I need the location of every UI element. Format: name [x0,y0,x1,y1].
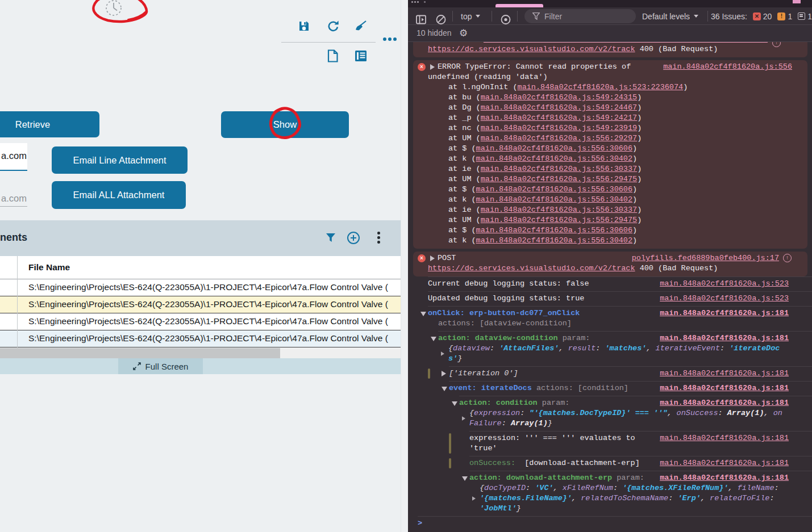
new-document-icon[interactable] [327,49,339,62]
source-location-link[interactable]: main.848a02cf4f81620a.js:181 [660,398,789,408]
console-text: } [548,419,552,428]
console-text: event: iterateDocs [449,384,532,392]
console-row: s'} [418,354,812,364]
expand-triangle-icon[interactable] [430,255,435,261]
collapse-triangle-icon[interactable] [442,387,447,391]
file-name-cell: S:\Engineering\Projects\ES-624(Q-223055A… [28,282,388,292]
console-link[interactable]: main.848a02cf4f81620a.js:549:24315 [481,93,637,102]
collapse-triangle-icon[interactable] [462,476,468,481]
console-link[interactable]: main.848a02cf4f81620a.js:549:24467 [481,103,637,112]
console-entry: expression: ''' === ''' evaluates tomain… [418,432,812,456]
issues-warning-icon: ! [777,12,785,20]
issues-message-icon [798,12,805,20]
journal-icon[interactable] [355,49,367,62]
console-row: at k (main.848a02cf4f81620a.js:556:30402… [418,154,804,164]
show-button[interactable]: Show [221,111,349,138]
email-to-field[interactable]: a.com [0,143,27,171]
grid-horizontal-scrollbar[interactable] [0,348,401,358]
console-link[interactable]: main.848a02cf4f81620a.js:556:30606 [476,226,632,234]
table-row[interactable]: S:\Engineering\Projects\ES-624(Q-223055A… [0,330,401,347]
console-link[interactable]: main.848a02cf4f81620a.js:556:30402 [476,236,632,245]
console-prompt[interactable]: > [418,518,812,529]
console-settings-gear-icon[interactable]: ⚙ [459,27,468,39]
console-text: { [480,484,484,492]
console-text: onSuccess: [469,459,520,467]
console-text: at Dg ( [448,103,481,112]
console-link[interactable]: main.848a02cf4f81620a.js:556:30606 [476,144,632,153]
console-link[interactable]: main.848a02cf4f81620a.js:556:30337 [481,206,637,214]
table-row[interactable]: S:\Engineering\Projects\ES-624(Q-223055A… [0,296,401,313]
console-row: onSuccess: [download-attachment-erp]main… [418,458,812,468]
console-entry: > [418,517,812,531]
console-text: Failure [469,419,502,428]
full-screen-button[interactable]: Full Screen [118,358,203,374]
console-text: at $ ( [448,185,476,194]
console-text: ) [632,185,637,194]
console-link[interactable]: main.848a02cf4f81620a.js:556:30402 [476,154,632,163]
filter-icon[interactable] [326,233,336,243]
console-text: , [701,494,710,502]
overflow-menu-icon[interactable]: ••• [383,37,386,41]
source-location-link[interactable]: polyfills.fed6889ba0feb400.js:17 [632,253,779,263]
add-icon[interactable] [347,231,360,245]
source-location-link[interactable]: main.848a02cf4f81620a.js:181 [660,433,789,443]
source-location-link[interactable]: main.848a02cf4f81620a.js:181 [660,368,789,379]
console-text: 400 (Bad Request) [635,264,718,273]
scrollbar-thumb[interactable] [0,348,280,358]
context-selector[interactable]: top [461,7,480,25]
collapse-triangle-icon[interactable] [420,312,426,316]
source-location-link[interactable]: main.848a02cf4f81620a.js:523 [660,294,789,304]
table-row[interactable]: S:\Engineering\Projects\ES-624(Q-223055A… [0,313,401,330]
console-link[interactable]: main.848a02cf4f81620a.js:556:30606 [476,185,632,194]
console-link[interactable]: main.848a02cf4f81620a.js:549:24217 [481,114,637,122]
log-levels-selector[interactable]: Default levels [642,7,698,25]
source-location-link[interactable]: main.848a02cf4f81620a.js:181 [660,383,789,393]
expand-triangle-icon[interactable] [472,496,476,501]
console-link[interactable]: main.848a02cf4f81620a.js:556:30402 [476,195,632,204]
console-link[interactable]: main.848a02cf4f81620a.js:549:23919 [481,124,637,132]
source-location-link[interactable]: main.848a02cf4f81620a.js:181 [660,308,789,319]
toolbar-separator [492,11,492,22]
issues-counter[interactable]: 36 Issues: ✕20 !1 15 [711,7,812,25]
console-link[interactable]: main.848a02cf4f81620a.js:556:29297 [481,134,637,143]
toolbar-divider [281,42,376,43]
collapse-triangle-icon[interactable] [431,337,436,341]
console-link[interactable]: https://dc.services.visualstudio.com/v2/… [428,45,635,53]
console-text: , [553,484,563,492]
source-location-link[interactable]: main.848a02cf4f81620a.js:181 [660,458,789,468]
collapse-triangle-icon[interactable] [452,401,457,406]
initiator-icon[interactable]: ↑ [783,254,792,262]
console-row: at $ (main.848a02cf4f81620a.js:556:30606… [418,144,804,154]
console-link[interactable]: main.848a02cf4f81620a.js:556:29475 [481,175,637,183]
devtools-tabstrip[interactable] [408,0,812,7]
email-line-attachment-button[interactable]: Email Line Attachment [52,146,188,174]
grid-header-row[interactable]: File Name [0,256,401,279]
console-link[interactable]: main.848a02cf4f81620a.js:556:29475 [481,216,637,224]
save-icon[interactable] [298,20,310,32]
console-text: , [667,409,676,417]
source-location-link[interactable]: main.848a02cf4f81620a.js:523 [660,279,789,289]
expand-triangle-icon[interactable] [442,371,446,376]
console-row: at ie (main.848a02cf4f81620a.js:556:3033… [418,164,804,174]
console-text: at l.ngOnInit ( [448,83,518,91]
source-location-link[interactable]: main.848a02cf4f81620a.js:181 [660,333,789,344]
console-link[interactable]: main.848a02cf4f81620a.js:556:30337 [481,165,637,173]
console-text: param: [538,399,570,407]
console-link[interactable]: main.848a02cf4f81620a.js:523:2236074 [518,83,684,91]
console-text: ) [632,226,637,234]
kebab-menu-icon[interactable] [377,232,380,234]
email-cc-field[interactable]: a.com [0,192,27,207]
console-filter-input[interactable]: Filter [524,9,636,23]
expand-triangle-icon[interactable] [430,64,435,70]
source-location-link[interactable]: main.848a02cf4f81620a.js:181 [660,473,789,483]
page-scrollbar-strip[interactable] [401,0,408,532]
email-all-attachment-button[interactable]: Email ALL Attachment [52,181,186,209]
clean-broom-icon[interactable] [355,20,367,32]
console-text: at UM ( [448,175,481,183]
retrieve-button[interactable]: Retrieve [0,111,99,137]
refresh-icon[interactable] [327,20,339,32]
console-row: ×POST↑polyfills.fed6889ba0feb400.js:17 [418,253,804,263]
table-row[interactable]: S:\Engineering\Projects\ES-624(Q-223055A… [0,279,401,296]
console-link[interactable]: https://dc.services.visualstudio.com/v2/… [428,264,635,273]
source-location-link[interactable]: main.848a02cf4f81620a.js:556 [663,62,792,72]
